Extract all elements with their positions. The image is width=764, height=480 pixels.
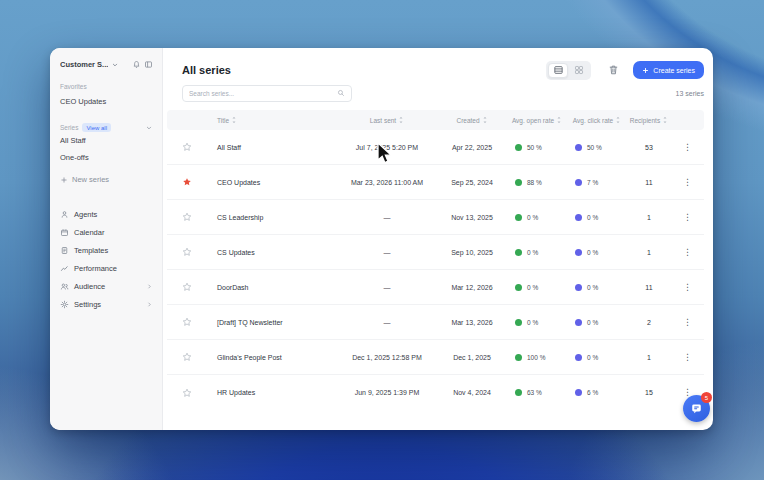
click-rate-dot [575, 354, 582, 361]
click-rate-dot [575, 249, 582, 256]
chevron-right-icon [146, 301, 153, 308]
click-rate-dot [575, 214, 582, 221]
sort-icon [231, 116, 237, 124]
click-rate-dot [575, 389, 582, 396]
sidebar-nav: Agents Calendar Templates Performance [60, 205, 153, 313]
column-header-title[interactable]: Title [207, 116, 337, 124]
favorite-star-icon[interactable] [182, 317, 192, 327]
table-row[interactable]: DoorDash — Mar 12, 2026 0 % 0 % 11 ⋮ [167, 270, 704, 305]
open-rate-value: 0 % [527, 284, 538, 291]
favorite-star-icon[interactable] [182, 142, 192, 152]
workspace-switcher[interactable]: Customer S... [60, 60, 153, 69]
click-rate-value: 0 % [587, 214, 598, 221]
open-rate-dot [515, 144, 522, 151]
row-menu-button[interactable]: ⋮ [683, 178, 692, 187]
column-header-click-rate[interactable]: Avg. click rate [567, 116, 627, 124]
created-value: Dec 1, 2025 [437, 354, 507, 361]
app-window: Customer S... Favorites CEO Updates Seri… [50, 48, 713, 430]
open-rate-value: 0 % [527, 214, 538, 221]
sidebar-item-audience[interactable]: Audience [60, 277, 153, 295]
nav-item-label: Templates [74, 246, 108, 255]
search-input[interactable] [189, 90, 337, 97]
row-menu-button[interactable]: ⋮ [683, 248, 692, 257]
nav-item-label: Performance [74, 264, 117, 273]
sidebar-item-one-offs[interactable]: One-offs [60, 149, 153, 166]
click-rate-dot [575, 319, 582, 326]
sidebar-item-settings[interactable]: Settings [60, 295, 153, 313]
favorite-star-icon[interactable] [182, 388, 192, 398]
chevron-down-icon [111, 61, 119, 69]
favorite-star-icon[interactable] [182, 282, 192, 292]
sidebar-item-calendar[interactable]: Calendar [60, 223, 153, 241]
plus-icon [60, 176, 68, 184]
table-row[interactable]: HR Updates Jun 9, 2025 1:39 PM Nov 4, 20… [167, 375, 704, 410]
column-header-last-sent[interactable]: Last sent [337, 116, 437, 124]
calendar-icon [60, 228, 69, 237]
nav-item-label: Calendar [74, 228, 104, 237]
agent-icon [60, 210, 69, 219]
sidebar-item-agents[interactable]: Agents [60, 205, 153, 223]
created-value: Sep 10, 2025 [437, 249, 507, 256]
series-title: DoorDash [207, 284, 337, 291]
grid-view-icon [574, 65, 584, 75]
series-section-header: Series View all [60, 123, 153, 132]
open-rate-value: 0 % [527, 249, 538, 256]
sidebar-item-all-staff[interactable]: All Staff [60, 132, 153, 149]
view-all-link[interactable]: View all [82, 123, 111, 132]
last-sent-value: Mar 23, 2026 11:00 AM [337, 179, 437, 186]
delete-button[interactable] [605, 62, 621, 78]
column-header-created[interactable]: Created [437, 116, 507, 124]
created-value: Apr 22, 2025 [437, 144, 507, 151]
last-sent-value: — [337, 319, 437, 326]
audience-icon [60, 282, 69, 291]
new-series-button[interactable]: New series [60, 172, 153, 187]
create-series-label: Create series [653, 67, 695, 74]
last-sent-value: — [337, 214, 437, 221]
column-header-open-rate[interactable]: Avg. open rate [507, 116, 567, 124]
chevron-down-icon[interactable] [145, 124, 153, 132]
performance-chart-icon [60, 264, 69, 273]
created-value: Mar 13, 2026 [437, 319, 507, 326]
list-view-button[interactable] [548, 63, 568, 78]
row-menu-button[interactable]: ⋮ [683, 213, 692, 222]
column-header-recipients[interactable]: Recipients [627, 116, 671, 124]
favorite-star-icon[interactable] [182, 177, 192, 187]
sidebar-toggle-icon[interactable] [144, 60, 153, 69]
series-count: 13 series [676, 90, 704, 97]
open-rate-value: 88 % [527, 179, 542, 186]
created-value: Nov 4, 2024 [437, 389, 507, 396]
favorite-star-icon[interactable] [182, 352, 192, 362]
click-rate-value: 0 % [587, 284, 598, 291]
series-table: Title Last sent Created Avg. open rate A… [167, 110, 704, 410]
click-rate-value: 0 % [587, 249, 598, 256]
last-sent-value: — [337, 249, 437, 256]
chat-widget[interactable]: 5 [683, 395, 710, 422]
table-row[interactable]: [Draft] TQ Newsletter — Mar 13, 2026 0 %… [167, 305, 704, 340]
row-menu-button[interactable]: ⋮ [683, 353, 692, 362]
open-rate-dot [515, 179, 522, 186]
sidebar-item-performance[interactable]: Performance [60, 259, 153, 277]
create-series-button[interactable]: Create series [633, 61, 704, 79]
search-box [182, 85, 352, 102]
table-row[interactable]: Glinda's People Post Dec 1, 2025 12:58 P… [167, 340, 704, 375]
click-rate-value: 0 % [587, 354, 598, 361]
notification-badge: 5 [701, 392, 712, 403]
table-row[interactable]: All Staff Jul 7, 2025 5:20 PM Apr 22, 20… [167, 130, 704, 165]
table-row[interactable]: CS Updates — Sep 10, 2025 0 % 0 % 1 ⋮ [167, 235, 704, 270]
grid-view-button[interactable] [569, 63, 589, 78]
row-menu-button[interactable]: ⋮ [683, 143, 692, 152]
favorite-star-icon[interactable] [182, 247, 192, 257]
sidebar-item-templates[interactable]: Templates [60, 241, 153, 259]
table-row[interactable]: CEO Updates Mar 23, 2026 11:00 AM Sep 25… [167, 165, 704, 200]
sidebar: Customer S... Favorites CEO Updates Seri… [50, 48, 163, 430]
row-menu-button[interactable]: ⋮ [683, 283, 692, 292]
favorite-star-icon[interactable] [182, 212, 192, 222]
series-title: CS Leadership [207, 214, 337, 221]
row-menu-button[interactable]: ⋮ [683, 318, 692, 327]
sidebar-item-ceo-updates[interactable]: CEO Updates [60, 93, 153, 110]
sort-icon [662, 116, 668, 124]
table-row[interactable]: CS Leadership — Nov 13, 2025 0 % 0 % 1 ⋮ [167, 200, 704, 235]
chat-bubble-icon [690, 402, 703, 415]
bell-icon[interactable] [132, 60, 141, 69]
sort-icon [556, 116, 562, 124]
